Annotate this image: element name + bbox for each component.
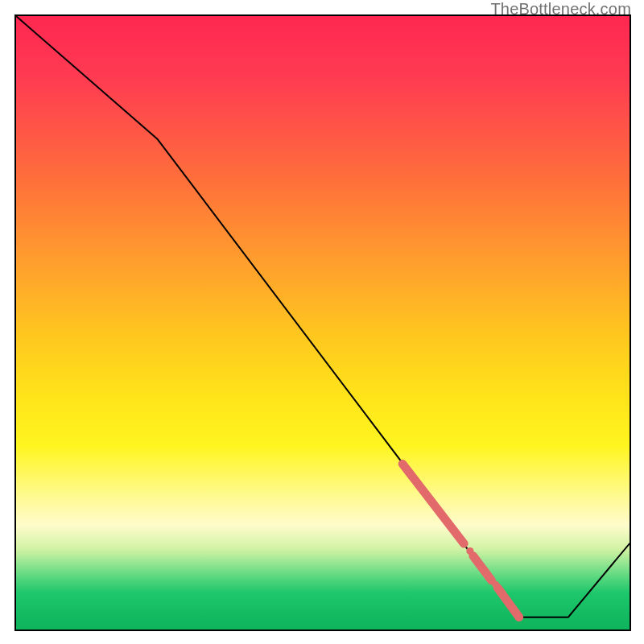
thick-band-upper: [402, 464, 464, 543]
dot-2: [492, 581, 499, 588]
bottleneck-curve: [16, 16, 630, 617]
highlight-segments: [402, 464, 519, 617]
chart-root: TheBottleneck.com: [0, 0, 644, 644]
dot-3: [514, 610, 521, 617]
thick-band-mid: [473, 556, 492, 580]
dot-1: [466, 547, 473, 555]
chart-overlay: [16, 16, 630, 630]
